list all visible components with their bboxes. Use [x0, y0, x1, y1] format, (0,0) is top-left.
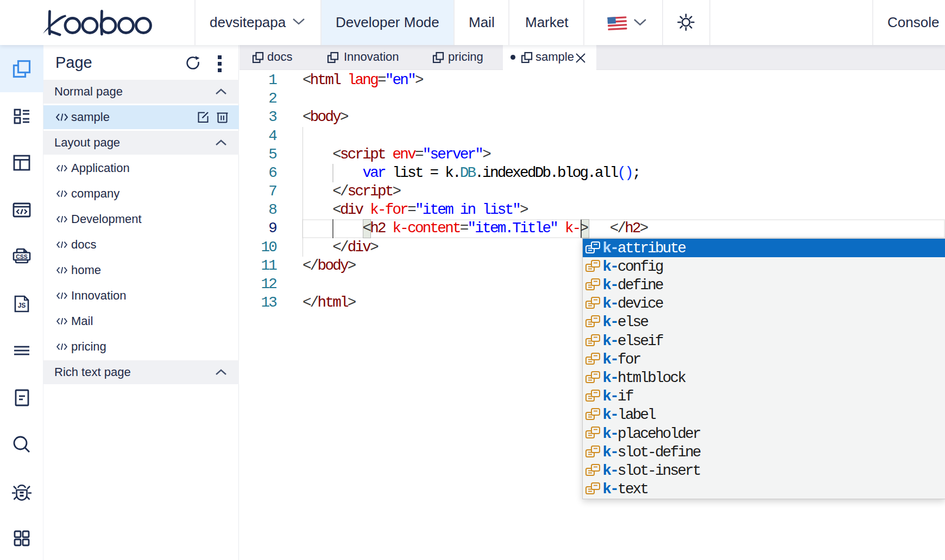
svg-text:JS: JS: [18, 301, 26, 309]
svg-text:CSS: CSS: [16, 253, 28, 259]
